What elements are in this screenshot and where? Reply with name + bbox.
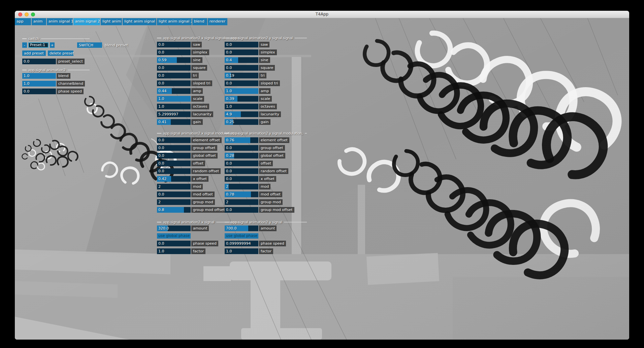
group-mod-offset-slider[interactable]: 0.0 <box>225 207 258 213</box>
gain-slider[interactable]: 0.25 <box>225 119 258 125</box>
random-offset-label: random offset <box>191 168 221 174</box>
phase-speed-slider[interactable]: 0.099999994 <box>225 241 258 246</box>
scale-slider[interactable]: 0.39 <box>225 96 258 102</box>
tri-slider[interactable]: 0.19 <box>225 73 258 78</box>
group-offset-slider[interactable]: 0.0 <box>157 145 191 151</box>
minimize-button[interactable] <box>25 12 29 16</box>
group-offset-label: group offset <box>191 145 217 151</box>
slider-value: 0.0 <box>225 168 258 174</box>
amp-slider[interactable]: 0.44 <box>157 88 191 94</box>
global-offset-slider[interactable]: 0.28 <box>225 153 258 159</box>
sine-slider[interactable]: 0.59 <box>157 57 191 63</box>
channelblend-slider[interactable]: 1.0 <box>22 81 56 86</box>
tab-app[interactable]: app <box>15 18 31 25</box>
tab-anim[interactable]: anim <box>32 18 46 25</box>
lacunarity-label: lacunarity <box>191 111 213 117</box>
mod-offset-slider[interactable]: 0.0 <box>157 192 191 197</box>
offset-slider[interactable]: 0.0 <box>157 161 191 166</box>
lacunarity-slider[interactable]: 5.2999997 <box>157 111 191 117</box>
scene-light-wash <box>15 18 629 340</box>
tab-anim-signal-2[interactable]: anim signal 2 <box>73 18 100 25</box>
amp-slider[interactable]: 1.0 <box>225 88 258 94</box>
slider-value: 1.0 <box>225 248 258 254</box>
random-offset-slider[interactable]: 0.0 <box>157 168 191 174</box>
slider-row-square: 0.0square <box>225 65 307 71</box>
global-offset-label: global offset <box>259 153 285 159</box>
amount-slider[interactable]: 320.0 <box>157 225 191 231</box>
global-offset-slider[interactable]: 0.0 <box>157 153 191 159</box>
slider-value: 0.0 <box>157 192 191 197</box>
tab-bar: appanimanim signal 1anim signal 2light a… <box>15 18 227 25</box>
factor-slider[interactable]: 1.0 <box>157 248 191 254</box>
window-title: T4App <box>15 11 629 18</box>
offset-slider[interactable]: 0.0 <box>225 161 258 166</box>
header-line <box>305 133 307 134</box>
element-offset-slider[interactable]: 0.0 <box>157 137 191 143</box>
tab-blend[interactable]: blend <box>192 18 207 25</box>
slider-value: 0.0 <box>157 161 191 166</box>
header-dash <box>225 133 229 134</box>
switch-button[interactable]: SWITCH <box>77 42 102 48</box>
preset-decrement-button[interactable]: - <box>22 42 27 48</box>
x-offset-label: x offset <box>259 176 276 182</box>
tri-slider[interactable]: 0.0 <box>157 73 191 78</box>
saw-slider[interactable]: 0.0 <box>157 42 191 47</box>
blend-slider[interactable]: 1.0 <box>22 73 56 79</box>
group-offset-slider[interactable]: 0.0 <box>225 145 258 151</box>
delete-preset-button[interactable]: delete preset <box>48 50 73 56</box>
use-global-phase-toggle[interactable]: use global phase <box>157 233 191 239</box>
switch-panel: switch - Preset:1 + SWITCH blend preset … <box>22 35 90 96</box>
use-global-phase-toggle[interactable]: use global phase <box>225 233 258 239</box>
maximize-button[interactable] <box>31 12 35 16</box>
header-line <box>295 38 307 38</box>
x-offset-slider[interactable]: 0.0 <box>225 176 258 182</box>
phase-speed-slider[interactable]: 0.0 <box>22 89 56 94</box>
group-mod-offset-label: group mod offset <box>259 207 294 213</box>
sloped-tri-slider[interactable]: 0.0 <box>225 80 258 86</box>
mod-offset-label: mod offset <box>259 192 282 197</box>
tab-light-anim[interactable]: light anim <box>101 18 122 25</box>
mod-offset-slider[interactable]: 0.78 <box>225 192 258 197</box>
octaves-slider[interactable]: 1.0 <box>157 104 191 109</box>
add-preset-button[interactable]: add preset <box>22 50 46 56</box>
random-offset-slider[interactable]: 0.0 <box>225 168 258 174</box>
x-offset-slider[interactable]: 0.42 <box>157 176 191 182</box>
slider-value: 0.42 <box>157 176 191 182</box>
lacunarity-slider[interactable]: 4.9 <box>225 111 258 117</box>
sine-slider[interactable]: 0.4 <box>225 57 258 63</box>
element-offset-slider[interactable]: 0.76 <box>225 137 258 143</box>
slider-value: 0.0 <box>225 80 258 86</box>
close-button[interactable] <box>18 12 22 16</box>
simplex-slider[interactable]: 0.0 <box>225 49 258 55</box>
sloped-tri-slider[interactable]: 0.0 <box>157 80 191 86</box>
tab-renderer[interactable]: renderer <box>208 18 227 25</box>
square-slider[interactable]: 0.0 <box>157 65 191 71</box>
simplex-slider[interactable]: 0.0 <box>157 49 191 55</box>
scale-slider[interactable]: 1.0 <box>157 96 191 102</box>
preset-select-slider[interactable]: 0.0 <box>22 59 56 64</box>
saw-slider[interactable]: 0.0 <box>225 42 258 47</box>
mod-slider[interactable]: 2 <box>157 184 191 189</box>
slider-value: 5.2999997 <box>157 111 191 117</box>
slider-row-phase-speed: 0.0phase speed <box>22 89 90 94</box>
gain-slider[interactable]: 0.41 <box>157 119 191 125</box>
preset-increment-button[interactable]: + <box>50 42 55 48</box>
channelblend-label: channelblend <box>57 81 85 86</box>
preset-select-container: 0.0preset_select <box>22 59 90 64</box>
phase-speed-slider[interactable]: 0.0 <box>157 241 191 246</box>
amount-slider[interactable]: 700.0 <box>225 225 258 231</box>
square-slider[interactable]: 0.0 <box>225 65 258 71</box>
octaves-slider[interactable]: 1.0 <box>225 104 258 109</box>
tab-anim-signal-1[interactable]: anim signal 1 <box>47 18 73 25</box>
factor-slider[interactable]: 1.0 <box>225 248 258 254</box>
group-mod-offset-slider[interactable]: 0.8 <box>157 207 191 213</box>
tri-label: tri <box>259 73 266 78</box>
tab-light-anim-signal-1[interactable]: light anim signal 1 <box>123 18 156 25</box>
tab-light-anim-signal-2[interactable]: light anim signal 2 <box>157 18 192 25</box>
amount-label: amount <box>191 225 209 231</box>
group-mod-slider[interactable]: 2 <box>225 199 258 205</box>
group-mod-slider[interactable]: 2 <box>157 199 191 205</box>
mod-slider[interactable]: 2 <box>225 184 258 189</box>
section-header-app-signal-animation2-y-signal-signal: app.signal animation2.y signal.signal <box>225 36 307 40</box>
preset-field[interactable]: Preset:1 <box>28 42 49 48</box>
